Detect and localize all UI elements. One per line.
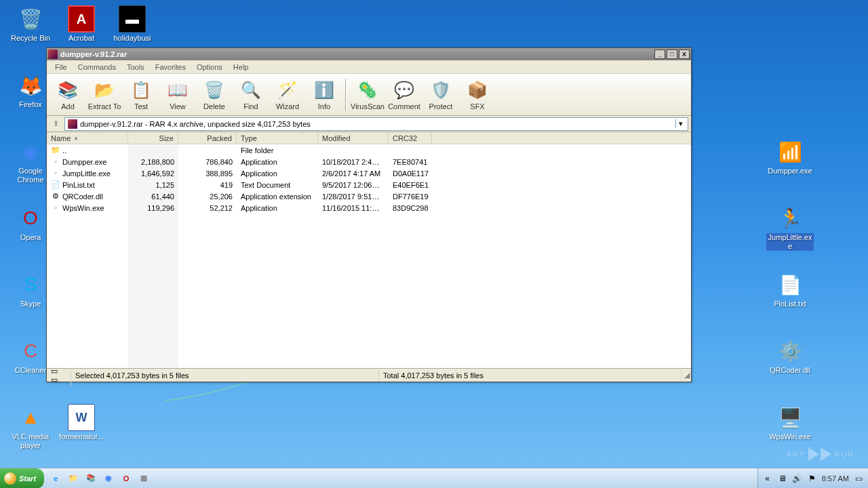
ql-chrome-button[interactable]: ◉ [101,471,116,486]
tray-flag-icon[interactable]: ⚑ [807,473,818,484]
toolbar-label: VirusScan [351,102,384,110]
watermark-text-2: RUN [834,450,854,458]
protect-button[interactable]: 🛡️Protect [422,76,459,114]
menubar: FileCommandsToolsFavoritesOptionsHelp [47,60,691,74]
table-row[interactable]: ▫️WpsWin.exe119,29652,212Application11/1… [47,202,691,214]
desktop-icon-formernatur[interactable]: Wformernatur... [58,404,105,441]
maximize-button[interactable]: □ [667,49,677,59]
sort-indicator-icon: ▲ [73,135,79,141]
header-packed[interactable]: Packed [178,132,237,144]
file-crc: D0A0E117 [389,169,432,178]
explorer-icon: 📁 [68,474,78,483]
file-icon: 📄 [51,180,60,190]
wizard-button[interactable]: 🪄Wizard [269,76,306,114]
ql-ie-button[interactable]: e [48,471,63,486]
view-button[interactable]: 📖View [159,76,196,114]
delete-button[interactable]: 🗑️Delete [196,76,233,114]
table-row[interactable]: ▫️Dumpper.exe2,188,800786,840Application… [47,156,691,167]
statusbar: ▭ ▭ Selected 4,017,253 bytes in 5 files … [47,368,691,382]
virusscan-button[interactable]: 🦠VirusScan [349,76,386,114]
app-icon: ▦ [140,474,147,483]
desktop-icon-holidaybus[interactable]: ▬holidaybusi [108,5,156,43]
file-icon: ▫️ [51,203,60,213]
desktop-icon-dumpper-exe[interactable]: 📶Dumpper.exe [766,138,814,176]
add-button[interactable]: 📚Add [50,76,86,114]
desktop-icon-pinlist-txt[interactable]: 📄PinList.txt [766,271,814,308]
desktop-icon-vlc[interactable]: ▲VLC media player [7,404,54,450]
path-combobox[interactable]: dumpper-v.91.2.rar - RAR 4.x archive, un… [64,117,688,131]
clock[interactable]: 8:57 AM [822,474,849,483]
path-text: dumpper-v.91.2.rar - RAR 4.x archive, un… [80,120,673,128]
ql-opera-button[interactable]: O [119,471,134,486]
column-headers: Name▲ Size Packed Type Modified CRC32 [47,132,691,144]
dropdown-icon[interactable]: ▾ [675,119,685,128]
extract-button[interactable]: 📂Extract To [86,76,123,114]
status-total: Total 4,017,253 bytes in 5 files [379,370,682,381]
table-row[interactable]: 📁..File folder [47,144,691,156]
menu-file[interactable]: File [50,62,73,73]
up-arrow-icon[interactable]: ⬆ [50,118,62,130]
ql-app-button[interactable]: ▦ [136,471,151,486]
file-name: .. [62,146,66,155]
menu-tools[interactable]: Tools [121,62,150,73]
watermark: ANY RUN [787,447,854,461]
tray-expand-icon[interactable]: « [762,473,773,484]
header-crc[interactable]: CRC32 [389,132,432,144]
close-button[interactable]: X [679,49,690,59]
file-name: WpsWin.exe [62,204,104,212]
desktop-icon-wpswin-exe[interactable]: 🖥️WpsWin.exe [766,404,814,441]
file-type: Application [237,158,318,166]
resize-grip-icon[interactable]: ◢ [682,371,691,380]
file-icon: ⚙ [51,192,60,201]
sfx-button[interactable]: 📦SFX [459,76,496,114]
comment-button[interactable]: 💬Comment [386,76,422,114]
tray-vol-icon[interactable]: 🔊 [792,473,803,484]
file-icon: 📁 [51,146,60,155]
info-button[interactable]: ℹ️Info [306,76,342,114]
menu-help[interactable]: Help [228,62,254,73]
desktop-icon-recycle-bin[interactable]: 🗑️Recycle Bin [7,5,54,43]
table-row[interactable]: ⚙QRCoder.dll61,44025,206Application exte… [47,190,691,202]
header-type[interactable]: Type [237,132,318,144]
toolbar-label: Extract To [88,102,121,110]
windows-orb-icon [4,472,16,485]
ql-winrar-button[interactable]: 📚 [83,471,98,486]
ql-explorer-button[interactable]: 📁 [66,471,81,486]
desktop-icon-jumplittle-exe[interactable]: 🏃JumpLittle.exe [766,205,814,251]
desktop-icon-acrobat[interactable]: AAcrobat [58,5,105,43]
table-row[interactable]: ▫️JumpLittle.exe1,646,592388,895Applicat… [47,167,691,179]
header-name[interactable]: Name▲ [47,132,128,144]
file-size: 1,125 [128,181,178,189]
file-type: Application [237,169,318,178]
file-list[interactable]: 📁..File folder▫️Dumpper.exe2,188,800786,… [47,144,691,368]
ccleaner-icon: C [17,338,44,365]
icon-label: formernatur... [58,432,105,441]
view-icon: 📖 [167,79,189,101]
menu-commands[interactable]: Commands [73,62,121,73]
system-tray: «🖥🔊⚑8:57 AM▭ [757,468,868,489]
file-crc: 7EE80741 [389,158,432,166]
table-row[interactable]: 📄PinList.txt1,125419Text Document9/5/201… [47,179,691,190]
file-type: File folder [237,146,318,155]
show-desktop-button[interactable]: ▭ [853,473,864,484]
file-name: PinList.txt [62,181,95,189]
comment-icon: 💬 [393,79,415,101]
file-name: JumpLittle.exe [62,169,111,178]
menu-favorites[interactable]: Favorites [150,62,191,73]
test-button[interactable]: 📋Test [123,76,159,114]
menu-options[interactable]: Options [191,62,228,73]
titlebar[interactable]: dumpper-v.91.2.rar _ □ X [47,48,691,60]
recycle-bin-icon: 🗑️ [17,5,44,33]
desktop-icon-qrcoder-dll[interactable]: ⚙️QRCoder.dll [766,338,814,375]
header-size[interactable]: Size [128,132,178,144]
wizard-icon: 🪄 [277,79,298,101]
start-button[interactable]: Start [0,468,44,489]
minimize-button[interactable]: _ [654,49,665,59]
desktop[interactable]: 🗑️Recycle BinAAcrobat▬holidaybusi🦊Firefo… [0,0,868,488]
file-icon: ▫️ [51,157,60,167]
find-button[interactable]: 🔍Find [233,76,269,114]
jumplittle-exe-icon: 🏃 [776,205,804,232]
tray-net-icon[interactable]: 🖥 [777,473,788,484]
header-modified[interactable]: Modified [318,132,389,144]
test-icon: 📋 [130,79,152,101]
